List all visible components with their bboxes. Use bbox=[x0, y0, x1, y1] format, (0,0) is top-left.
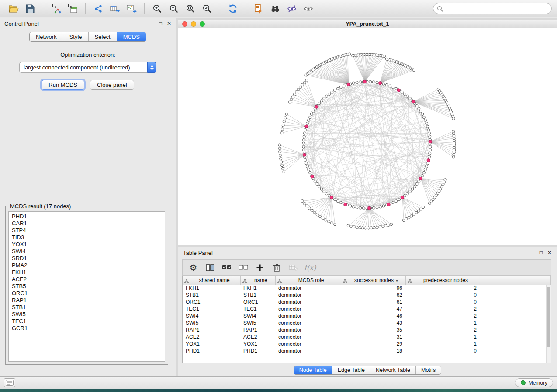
search-input[interactable] bbox=[445, 5, 548, 12]
main-toolbar bbox=[0, 0, 557, 17]
mcds-list-item[interactable]: GCR1 bbox=[12, 325, 165, 332]
table-settings-button[interactable]: ⚙ bbox=[186, 261, 201, 275]
table-row[interactable]: YOX1YOX1connector291 bbox=[183, 340, 551, 347]
table-row[interactable]: ORC1ORC1dominator610 bbox=[183, 299, 551, 306]
col-predecessor-nodes[interactable]: predecessor nodes bbox=[405, 276, 480, 285]
mcds-list-item[interactable]: STB1 bbox=[12, 304, 165, 311]
close-table-panel-button[interactable]: ✕ bbox=[547, 250, 552, 256]
successor-count-cell: 62 bbox=[341, 292, 405, 299]
filler-cell bbox=[480, 334, 551, 340]
successor-count-cell: 35 bbox=[341, 327, 405, 334]
predecessor-count-cell: 2 bbox=[405, 327, 480, 334]
mcds-role-cell: connector bbox=[275, 340, 341, 347]
network-window-titlebar[interactable]: YPA_prune.txt_1 bbox=[178, 20, 557, 28]
network-canvas[interactable] bbox=[178, 28, 557, 245]
col-successor-nodes[interactable]: successor nodes▾ bbox=[341, 276, 405, 285]
mcds-list-item[interactable]: CAR1 bbox=[12, 220, 165, 227]
export-table-button[interactable] bbox=[107, 2, 123, 16]
table-row[interactable]: PHD1PHD1dominator180 bbox=[183, 347, 551, 354]
mcds-list-item[interactable]: FKH1 bbox=[12, 269, 165, 276]
deselect-all-columns-button[interactable] bbox=[236, 261, 250, 275]
run-mcds-button[interactable]: Run MCDS bbox=[42, 80, 84, 90]
select-all-icon bbox=[222, 264, 232, 272]
tab-network[interactable]: Network bbox=[30, 32, 63, 41]
col-shared-name[interactable]: shared name bbox=[183, 276, 240, 285]
mcds-list-item[interactable]: RAP1 bbox=[12, 297, 165, 304]
criterion-dropdown[interactable]: largest connected component (undirected) bbox=[19, 62, 156, 73]
mcds-list-item[interactable]: PMA2 bbox=[12, 262, 165, 269]
predecessor-count-cell: 2 bbox=[405, 313, 480, 320]
float-panel-button[interactable]: □ bbox=[159, 21, 162, 27]
tab-mcds[interactable]: MCDS bbox=[117, 32, 146, 41]
mcds-list-item[interactable]: SWI4 bbox=[12, 248, 165, 255]
export-network-button[interactable] bbox=[90, 2, 107, 16]
add-row-button[interactable] bbox=[253, 261, 267, 275]
scrollbar-thumb[interactable] bbox=[547, 287, 550, 347]
optimization-criterion-label: Optimization criterion: bbox=[0, 52, 176, 58]
select-all-columns-button[interactable] bbox=[219, 261, 234, 275]
table-row[interactable]: FKH1FKH1dominator962 bbox=[183, 285, 551, 292]
zoom-fit-button[interactable] bbox=[182, 2, 199, 16]
mcds-list-item[interactable]: ORC1 bbox=[12, 290, 165, 297]
table-row[interactable]: SWI5SWI5connector431 bbox=[183, 320, 551, 327]
export-image-button[interactable] bbox=[123, 2, 140, 16]
table-row[interactable]: SWI4SWI4dominator462 bbox=[183, 313, 551, 320]
mcds-list-item[interactable]: PHD1 bbox=[12, 213, 165, 220]
table-row[interactable]: ACE2ACE2connector311 bbox=[183, 334, 551, 340]
tab-node-table[interactable]: Node Table bbox=[294, 366, 332, 374]
zoom-in-button[interactable] bbox=[149, 2, 166, 16]
zoom-out-button[interactable] bbox=[166, 2, 182, 16]
close-traffic-light[interactable] bbox=[182, 21, 187, 27]
mcds-result-list[interactable]: PHD1CAR1STP4TID3YOX1SWI4SRD1PMA2FKH1ACE2… bbox=[8, 211, 165, 362]
minimize-traffic-light[interactable] bbox=[191, 21, 196, 27]
workspace-region: YPA_prune.txt_1 Table Panel □ ✕ ⚙ bbox=[176, 18, 557, 376]
mcds-list-item[interactable]: STB5 bbox=[12, 283, 165, 290]
mcds-list-item[interactable]: YOX1 bbox=[12, 241, 165, 248]
apply-layout-button[interactable] bbox=[225, 2, 241, 16]
predecessor-count-cell: 0 bbox=[405, 347, 480, 354]
delete-row-button[interactable] bbox=[269, 261, 284, 275]
close-panel-button-mcds[interactable]: Close panel bbox=[90, 80, 134, 90]
mcds-list-item[interactable]: ACE2 bbox=[12, 276, 165, 283]
search-network-button[interactable] bbox=[267, 2, 284, 16]
show-columns-button[interactable] bbox=[203, 261, 217, 275]
mcds-list-item[interactable]: SRD1 bbox=[12, 255, 165, 262]
col-name[interactable]: name bbox=[240, 276, 275, 285]
maximize-traffic-light[interactable] bbox=[200, 21, 205, 27]
attribute-icon bbox=[343, 279, 347, 283]
mcds-role-cell: dominator bbox=[275, 327, 341, 334]
mcds-list-item[interactable]: TEC1 bbox=[12, 318, 165, 325]
col-mcds-role[interactable]: MCDS role bbox=[275, 276, 341, 285]
tab-style[interactable]: Style bbox=[63, 32, 89, 41]
function-builder-button: f(x) bbox=[304, 264, 316, 272]
sort-arrow-icon[interactable]: ▾ bbox=[396, 278, 398, 283]
table-row[interactable]: STB1STB1dominator620 bbox=[183, 292, 551, 299]
successor-count-cell: 47 bbox=[341, 306, 405, 313]
successor-count-cell: 43 bbox=[341, 320, 405, 327]
tab-select[interactable]: Select bbox=[89, 32, 117, 41]
memory-button[interactable]: Memory bbox=[515, 378, 553, 387]
shared-name-cell: SWI5 bbox=[183, 320, 240, 327]
predecessor-count-cell: 2 bbox=[405, 285, 480, 292]
open-file-button[interactable] bbox=[5, 2, 22, 16]
graphics-details-button[interactable] bbox=[284, 2, 300, 16]
close-panel-button[interactable]: ✕ bbox=[167, 21, 171, 27]
float-table-panel-button[interactable]: □ bbox=[540, 250, 543, 256]
mcds-list-item[interactable]: TID3 bbox=[12, 234, 165, 241]
import-network-button[interactable] bbox=[48, 2, 64, 16]
table-row[interactable]: TEC1TEC1connector472 bbox=[183, 306, 551, 313]
table-scrollbar[interactable] bbox=[546, 285, 551, 363]
tab-motifs[interactable]: Motifs bbox=[416, 366, 441, 374]
name-cell: STB1 bbox=[240, 292, 275, 299]
mcds-list-item[interactable]: SWI5 bbox=[12, 311, 165, 318]
table-row[interactable]: RAP1RAP1dominator352 bbox=[183, 327, 551, 334]
birds-eye-button[interactable] bbox=[300, 2, 317, 16]
save-button[interactable] bbox=[22, 2, 38, 16]
export-web-button[interactable] bbox=[250, 2, 267, 16]
tab-network-table[interactable]: Network Table bbox=[370, 366, 416, 374]
mcds-list-item[interactable]: STP4 bbox=[12, 227, 165, 234]
import-table-button[interactable] bbox=[64, 2, 81, 16]
tab-edge-table[interactable]: Edge Table bbox=[332, 366, 370, 374]
zoom-selected-button[interactable] bbox=[199, 2, 215, 16]
task-history-button[interactable] bbox=[4, 378, 15, 387]
